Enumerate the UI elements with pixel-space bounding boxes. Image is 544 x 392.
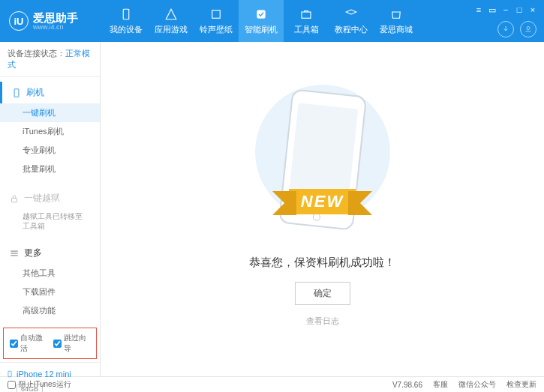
svg-point-4 (527, 27, 530, 30)
sidebar-item-other-tools[interactable]: 其他工具 (0, 264, 100, 283)
wechat-link[interactable]: 微信公众号 (458, 379, 496, 390)
nav-tutorials[interactable]: 教程中心 (329, 0, 374, 42)
sidebar-item-pro-flash[interactable]: 专业刷机 (0, 141, 100, 160)
logo: iU 爱思助手 www.i4.cn (6, 11, 104, 31)
block-itunes-checkbox[interactable]: 阻止iTunes运行 (8, 379, 71, 390)
tutorial-icon (344, 7, 358, 21)
toolbox-icon (299, 7, 313, 21)
phone-icon (11, 88, 22, 98)
window-controls: ≡ ▭ − □ × (473, 4, 538, 15)
nav-store[interactable]: 爱思商城 (374, 0, 419, 42)
svg-rect-2 (257, 10, 266, 18)
nav-apps[interactable]: 应用游戏 (149, 0, 194, 42)
device-icon (119, 7, 133, 21)
list-icon (9, 248, 20, 259)
success-message: 恭喜您，保资料刷机成功啦！ (249, 256, 395, 270)
sidebar-item-advanced[interactable]: 高级功能 (0, 301, 100, 320)
options-highlighted: 自动激活 跳过向导 (3, 328, 97, 359)
jailbreak-note: 越狱工具已转移至工具箱 (0, 209, 100, 233)
sidebar-item-oneclick-flash[interactable]: 一键刷机 (0, 103, 100, 122)
flash-icon (254, 7, 268, 21)
nav-flash[interactable]: 智能刷机 (239, 0, 284, 42)
svg-rect-6 (12, 198, 17, 202)
sidebar-more-header[interactable]: 更多 (0, 242, 100, 264)
sidebar: 设备连接状态：正常模式 刷机 一键刷机 iTunes刷机 专业刷机 批量刷机 一… (0, 42, 101, 376)
title-bar: iU 爱思助手 www.i4.cn 我的设备 应用游戏 铃声壁纸 智能刷机 工具… (0, 0, 544, 42)
success-illustration: NEW (266, 92, 379, 242)
download-icon[interactable] (497, 21, 514, 37)
close-icon[interactable]: × (527, 4, 538, 15)
maximize-icon[interactable]: □ (514, 4, 524, 15)
lock-icon (9, 193, 20, 204)
app-name: 爱思助手 (33, 12, 78, 23)
update-link[interactable]: 检查更新 (506, 379, 536, 390)
apps-icon (164, 7, 178, 21)
auto-activate-checkbox[interactable]: 自动激活 (10, 333, 47, 354)
nav-toolbox[interactable]: 工具箱 (284, 0, 329, 42)
sidebar-jailbreak-header: 一键越狱 (0, 187, 100, 209)
nav-my-device[interactable]: 我的设备 (104, 0, 149, 42)
ok-button[interactable]: 确定 (295, 282, 350, 305)
connection-status: 设备连接状态：正常模式 (0, 42, 100, 77)
sidebar-item-download-firmware[interactable]: 下载固件 (0, 283, 100, 301)
new-ribbon: NEW (289, 189, 356, 214)
sidebar-flash-header[interactable]: 刷机 (0, 82, 100, 103)
main-content: NEW 恭喜您，保资料刷机成功啦！ 确定 查看日志 (101, 42, 544, 376)
svg-rect-3 (302, 12, 311, 18)
app-url: www.i4.cn (33, 23, 78, 31)
wallpaper-icon (209, 7, 223, 21)
header-actions (497, 21, 536, 37)
user-icon[interactable] (520, 21, 536, 37)
minimize-icon[interactable]: − (500, 4, 511, 15)
svg-rect-1 (212, 10, 221, 18)
version-label: V7.98.66 (392, 381, 422, 389)
store-icon (389, 7, 403, 21)
skin-icon[interactable]: ▭ (487, 4, 497, 15)
svg-rect-0 (123, 9, 129, 19)
nav-ringtones[interactable]: 铃声壁纸 (194, 0, 239, 42)
logo-icon: iU (9, 11, 29, 31)
svg-rect-7 (8, 371, 11, 377)
menu-icon[interactable]: ≡ (473, 4, 484, 15)
view-log-link[interactable]: 查看日志 (306, 316, 339, 327)
sidebar-item-itunes-flash[interactable]: iTunes刷机 (0, 122, 100, 141)
sidebar-item-batch-flash[interactable]: 批量刷机 (0, 160, 100, 178)
svg-rect-5 (14, 88, 19, 97)
skip-guide-checkbox[interactable]: 跳过向导 (53, 333, 91, 354)
main-nav: 我的设备 应用游戏 铃声壁纸 智能刷机 工具箱 教程中心 爱思商城 (104, 0, 419, 42)
service-link[interactable]: 客服 (433, 379, 448, 390)
